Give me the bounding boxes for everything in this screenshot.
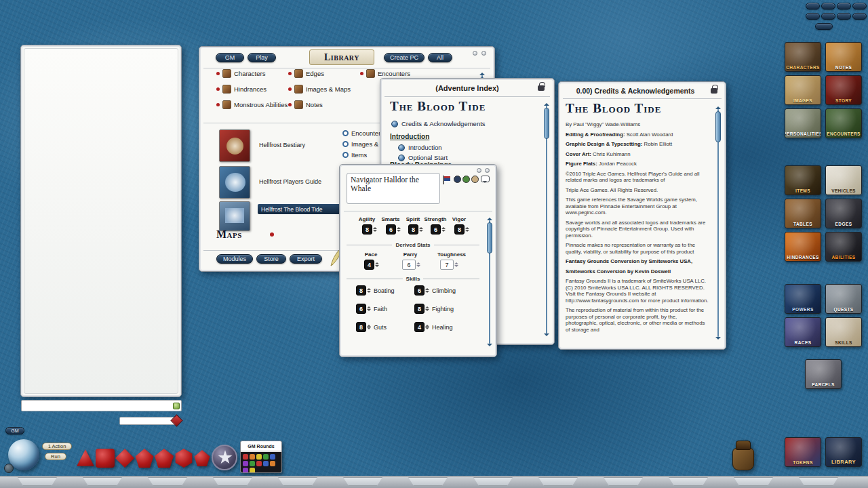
- chat-window[interactable]: [20, 45, 182, 397]
- scrollbar[interactable]: [486, 215, 493, 349]
- close-icon[interactable]: [485, 168, 490, 173]
- scroll-thumb[interactable]: [487, 222, 492, 253]
- scroll-down-icon[interactable]: [544, 333, 549, 339]
- chat-input[interactable]: [23, 401, 170, 410]
- attribute-stepper-strength[interactable]: 6: [431, 224, 446, 235]
- hotkey-mini-button[interactable]: [806, 13, 820, 20]
- sidebar-button-vehicles[interactable]: VEHICLES: [825, 165, 862, 195]
- link-introduction[interactable]: Introduction: [398, 144, 442, 151]
- play-filter-button[interactable]: Play: [248, 53, 276, 62]
- link-credits-acknowledgements[interactable]: Credits & Acknowledgements: [391, 120, 486, 127]
- derived-field-toughness[interactable]: 7: [440, 260, 459, 270]
- sidebar-button-library[interactable]: LIBRARY: [825, 437, 862, 467]
- minimize-icon[interactable]: [477, 168, 481, 173]
- hotkey-mini-button[interactable]: [806, 3, 820, 9]
- die-d10-icon[interactable]: [135, 449, 154, 468]
- scroll-track[interactable]: [717, 109, 719, 337]
- module-title-selected[interactable]: Hellfrost The Blood Tide: [258, 204, 340, 214]
- hotkey-mini-button[interactable]: [852, 13, 867, 20]
- sidebar-button-tokens[interactable]: TOKENS: [785, 437, 821, 467]
- loot-bag-icon[interactable]: [731, 439, 755, 472]
- token-green-icon[interactable]: [462, 176, 470, 183]
- skill-stepper-healing[interactable]: 4: [414, 322, 430, 332]
- hotkey-mini-button[interactable]: [821, 3, 835, 9]
- scroll-track[interactable]: [546, 106, 547, 333]
- hotkey-slot[interactable]: [213, 477, 252, 486]
- skill-stepper-boating[interactable]: 8: [356, 285, 372, 296]
- library-category-encounters[interactable]: Encounters: [360, 69, 410, 78]
- sidebar-button-monstrous-abilities[interactable]: ABILITIES: [825, 232, 862, 262]
- hotkey-slot[interactable]: [278, 477, 317, 486]
- skill-stepper-fighting[interactable]: 8: [414, 304, 430, 314]
- run-mode-button[interactable]: Run: [45, 453, 66, 460]
- token-tan-icon[interactable]: [471, 176, 479, 183]
- attribute-stepper-spirit[interactable]: 8: [408, 224, 424, 235]
- attribute-stepper-smarts[interactable]: 6: [386, 224, 401, 235]
- skill-stepper-climbing[interactable]: 6: [414, 285, 430, 296]
- hotkey-slot[interactable]: [83, 477, 122, 486]
- hotkey-slot[interactable]: [408, 477, 448, 486]
- sidebar-button-hindrances[interactable]: HINDRANCES: [785, 232, 821, 262]
- scrollbar[interactable]: [543, 100, 550, 339]
- link-orb-icon[interactable]: [391, 121, 398, 127]
- die-d6-icon[interactable]: [96, 449, 115, 468]
- die-d8-icon[interactable]: [115, 449, 134, 468]
- section-heading-introduction[interactable]: Introduction: [390, 133, 429, 140]
- module-cover-hellfrost-blood-tide[interactable]: [219, 201, 250, 231]
- scroll-down-icon[interactable]: [487, 344, 492, 349]
- gm-rounds-tracker[interactable]: GM Rounds: [240, 441, 282, 473]
- radio-icon[interactable]: [342, 141, 349, 147]
- sidebar-button-races[interactable]: RACES: [785, 317, 821, 347]
- sidebar-button-edges[interactable]: EDGES: [825, 199, 862, 228]
- hotkey-slot[interactable]: [669, 477, 708, 486]
- sidebar-button-quests[interactable]: QUESTS: [825, 284, 862, 314]
- store-button[interactable]: Store: [256, 254, 286, 264]
- library-category-notes[interactable]: Notes: [288, 100, 323, 109]
- create-pc-button[interactable]: Create PC: [384, 53, 425, 62]
- gm-filter-button[interactable]: GM: [216, 53, 244, 62]
- record-filter-encounters[interactable]: Encounters: [342, 129, 384, 137]
- library-category-edges[interactable]: Edges: [288, 69, 324, 78]
- hotkey-mini-button[interactable]: [837, 3, 851, 9]
- chat-mode-slider[interactable]: [119, 417, 178, 425]
- module-cover-hellfrost-bestiary[interactable]: [219, 129, 250, 162]
- die-d100-icon[interactable]: [194, 450, 210, 466]
- close-icon[interactable]: [481, 51, 486, 56]
- radio-icon[interactable]: [342, 152, 349, 158]
- hotkey-slot[interactable]: [604, 477, 643, 486]
- scroll-thumb[interactable]: [715, 111, 721, 142]
- hotkey-slot[interactable]: [473, 477, 513, 486]
- sidebar-button-items[interactable]: ITEMS: [785, 165, 821, 195]
- sidebar-button-parcels[interactable]: PARCELS: [805, 359, 842, 389]
- record-filter-items[interactable]: Items: [342, 151, 367, 159]
- library-category-monstrous-abilities[interactable]: Monstrous Abilities: [216, 100, 288, 109]
- hotkey-mini-button[interactable]: [821, 13, 835, 20]
- derived-stepper-pace[interactable]: 4: [364, 260, 380, 270]
- scroll-up-icon[interactable]: [479, 70, 485, 75]
- sidebar-button-notes[interactable]: NOTES: [825, 42, 862, 72]
- hotkey-slot[interactable]: [799, 477, 838, 486]
- library-category-hindrances[interactable]: Hindrances: [216, 85, 267, 94]
- character-sheet-window[interactable]: Navigator Halldor the Whale Agility Smar…: [339, 164, 497, 357]
- sidebar-button-tables[interactable]: TABLES: [785, 199, 821, 228]
- scroll-up-icon[interactable]: [715, 104, 721, 109]
- lock-icon[interactable]: [711, 88, 717, 94]
- derived-field-parry[interactable]: 6: [402, 260, 421, 270]
- chat-log[interactable]: [24, 48, 178, 394]
- module-title[interactable]: Hellfrost Bestiary: [259, 142, 305, 148]
- sidebar-button-images[interactable]: IMAGES: [785, 75, 821, 105]
- lock-icon[interactable]: [538, 85, 545, 91]
- sidebar-button-encounters[interactable]: ENCOUNTERS: [825, 108, 862, 138]
- hotkey-mini-button[interactable]: [852, 3, 867, 9]
- hotkey-slot[interactable]: [734, 477, 773, 486]
- slider-knob-icon[interactable]: [170, 414, 182, 426]
- link-orb-icon[interactable]: [398, 144, 405, 151]
- hotkey-slot[interactable]: [343, 477, 382, 486]
- skill-stepper-guts[interactable]: 8: [356, 322, 372, 332]
- sidebar-button-story[interactable]: STORY: [825, 75, 862, 105]
- gm-identity-tab[interactable]: GM: [5, 427, 24, 434]
- die-d12-icon[interactable]: [155, 449, 174, 468]
- die-d4-icon[interactable]: [76, 449, 95, 468]
- character-name-field[interactable]: Navigator Halldor the Whale: [347, 173, 440, 204]
- hotkey-slot[interactable]: [148, 477, 187, 486]
